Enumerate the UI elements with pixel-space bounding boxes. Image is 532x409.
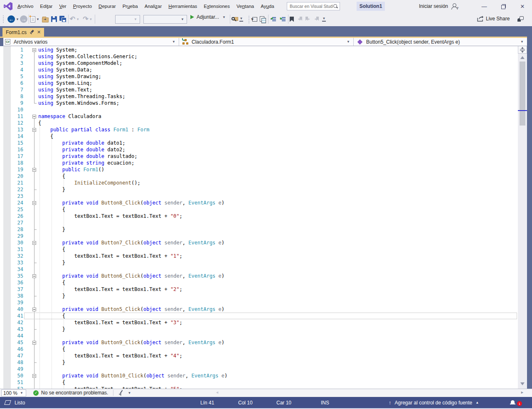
collapse-toggle[interactable]: [32, 201, 36, 205]
collapse-toggle[interactable]: [32, 341, 36, 345]
character-indicator[interactable]: Car 10: [276, 397, 291, 408]
type-dropdown[interactable]: Claculadora.Form1 ▼: [179, 38, 353, 46]
back-dropdown-caret[interactable]: ▼: [15, 17, 20, 21]
code-line: }: [0, 226, 65, 233]
zoom-level-combobox[interactable]: 100 % ▼: [1, 389, 26, 397]
main-toolbar: ← ▼ → ✦ ▼ ↶ ▼ ↷ ▼ ▼ ▼ Adjuntar... ▼ ▼ ◄ …: [0, 12, 532, 26]
save-button[interactable]: [51, 14, 57, 24]
open-file-button[interactable]: [42, 14, 49, 24]
menu-ver[interactable]: Ver: [56, 2, 69, 10]
close-button[interactable]: ✕: [513, 0, 532, 12]
scroll-down-arrow[interactable]: [518, 381, 527, 387]
undo-dropdown-caret[interactable]: ▼: [75, 17, 80, 21]
new-file-dropdown-caret[interactable]: ▼: [35, 17, 40, 21]
solution-badge[interactable]: Solution1: [357, 2, 385, 11]
insert-mode-indicator[interactable]: INS: [321, 397, 329, 408]
undo-button[interactable]: ↶: [70, 14, 75, 24]
code-line: {: [0, 313, 65, 319]
restore-button[interactable]: [494, 0, 513, 12]
collapse-toggle[interactable]: [32, 241, 36, 245]
toggle-bookmark-button[interactable]: [290, 14, 294, 24]
bookmark-overflow-caret[interactable]: ▼: [321, 17, 327, 22]
navigate-forward-button[interactable]: →: [20, 14, 27, 24]
menu-editar[interactable]: Editar: [37, 2, 56, 10]
menu-depurar[interactable]: Depurar: [95, 2, 119, 10]
collapse-toggle[interactable]: [32, 168, 36, 172]
prev-bookmark-button[interactable]: [297, 14, 302, 24]
member-dropdown[interactable]: Button5_Click(object sender, EventArgs e…: [354, 38, 527, 46]
hscroll-left-arrow[interactable]: ◄: [215, 390, 219, 394]
code-line: [0, 366, 38, 372]
copy-document-button[interactable]: [260, 14, 266, 24]
title-bar: ArchivoEditarVerProyectoDepurarPruebaAna…: [0, 0, 532, 12]
hscroll-right-arrow[interactable]: ►: [520, 390, 524, 394]
code-line: [0, 233, 38, 239]
menu-extensiones[interactable]: Extensiones: [200, 2, 233, 10]
menu-herramientas[interactable]: Herramientas: [165, 2, 200, 10]
search-box[interactable]: Buscar en Visual Studio...: [287, 2, 340, 10]
scroll-up-arrow[interactable]: [518, 54, 527, 60]
find-dropdown-caret[interactable]: ▼: [239, 17, 244, 22]
menu-ayuda[interactable]: Ayuda: [257, 2, 277, 10]
tab-form1[interactable]: Form1.cs ✕: [2, 28, 44, 37]
attach-dropdown-caret[interactable]: ▼: [222, 15, 227, 19]
menu-analizar[interactable]: Analizar: [141, 2, 165, 10]
code-cleanup-icon[interactable]: [118, 390, 124, 396]
code-line: public Form1(): [0, 166, 104, 173]
indent-increase-button[interactable]: ►: [279, 14, 286, 24]
navigate-back-button[interactable]: ←: [7, 14, 15, 24]
notification-badge: 1: [517, 401, 522, 406]
minimize-button[interactable]: —: [475, 0, 494, 12]
ready-status: Listo: [5, 397, 25, 408]
live-share-button[interactable]: Live Share: [477, 16, 510, 22]
menu-archivo[interactable]: Archivo: [14, 2, 37, 10]
sign-in-button[interactable]: Iniciar sesión +: [419, 0, 457, 12]
code-cleanup-caret[interactable]: ▼: [127, 391, 132, 395]
notifications-button[interactable]: [510, 397, 515, 408]
project-dropdown-caret: ▼: [172, 40, 175, 44]
configuration-combobox[interactable]: ▼: [115, 15, 140, 24]
collapse-toggle[interactable]: [32, 48, 36, 52]
collapse-toggle[interactable]: [32, 115, 36, 118]
menu-prueba[interactable]: Prueba: [119, 2, 141, 10]
indent-decrease-button[interactable]: ◄: [270, 14, 276, 24]
collapse-toggle[interactable]: [32, 128, 36, 132]
collapse-toggle[interactable]: [32, 308, 36, 311]
new-file-button[interactable]: ✦: [30, 14, 35, 24]
class-icon: [182, 39, 188, 44]
code-line: textBox1.Text = textBox1.Text + "2";: [0, 286, 182, 293]
feedback-button[interactable]: [517, 16, 524, 22]
tab-close-icon[interactable]: ✕: [37, 30, 41, 35]
platform-combobox[interactable]: ▼: [143, 15, 187, 24]
collapse-toggle[interactable]: [32, 274, 36, 278]
code-line: }: [0, 326, 65, 333]
source-control-button[interactable]: ↑ Agregar al control de código fuente ▲: [389, 397, 479, 408]
line-indicator[interactable]: Lín 41: [200, 397, 214, 408]
code-line: public partial class Form1 : Form: [0, 126, 149, 133]
document-health-indicator[interactable]: ✓ No se encontraron problemas. ▼: [33, 389, 132, 397]
indent-decrease-icon: ◄: [270, 17, 276, 22]
code-line: textBox1.Text = textBox1.Text + "4";: [0, 352, 182, 359]
clear-bookmarks-button[interactable]: [314, 14, 319, 24]
status-bar: Listo Lín 41 Col 10 Car 10 INS ↑ Agregar…: [0, 397, 532, 408]
collapse-toggle[interactable]: [32, 374, 36, 378]
menu-ventana[interactable]: Ventana: [233, 2, 257, 10]
code-line: }: [0, 293, 65, 299]
code-editor[interactable]: 1using System;2using System.Collections.…: [0, 46, 518, 389]
new-file-icon: ✦: [30, 16, 35, 22]
toolbar-grip[interactable]: [2, 15, 5, 23]
editor-splitter-handle[interactable]: [518, 46, 527, 54]
project-dropdown[interactable]: C# Archivos varios ▼: [0, 38, 179, 46]
redo-dropdown-caret[interactable]: ▼: [89, 17, 94, 21]
vertical-scrollbar-thumb[interactable]: [520, 62, 525, 126]
navigate-to-button[interactable]: [251, 14, 257, 24]
find-in-files-button[interactable]: [232, 14, 239, 24]
pin-icon[interactable]: [30, 30, 34, 34]
column-indicator[interactable]: Col 10: [238, 397, 253, 408]
code-line: textBox1.Text = textBox1.Text + "0";: [0, 213, 182, 219]
next-bookmark-button[interactable]: [305, 14, 310, 24]
attach-button[interactable]: Adjuntar... ▼: [190, 14, 227, 20]
save-all-button[interactable]: [59, 14, 67, 24]
redo-button[interactable]: ↷: [83, 14, 88, 24]
menu-proyecto[interactable]: Proyecto: [70, 2, 95, 10]
